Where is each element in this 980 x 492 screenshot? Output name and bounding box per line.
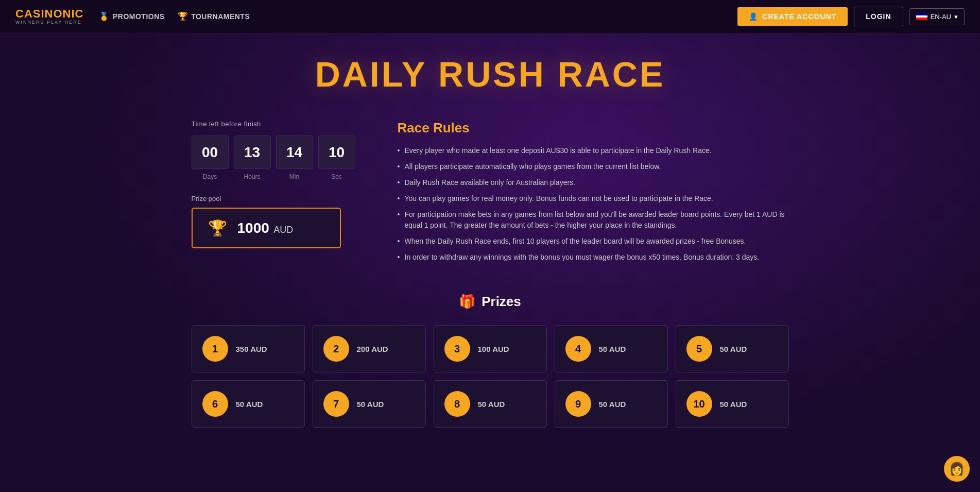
prize-rank: 7 [323,391,349,417]
logo-text: CASINONIC [15,8,83,20]
rule-item: In order to withdraw any winnings with t… [398,252,789,263]
prize-rank: 1 [202,336,228,362]
create-account-button[interactable]: 👤 CREATE ACCOUNT [737,7,848,26]
min-label: Min [276,173,313,180]
prizes-section: 🎁 Prizes 1350 AUD2200 AUD3100 AUD450 AUD… [192,294,789,428]
sec-label: Sec [318,173,355,180]
countdown-sec-box: 10 [318,135,355,169]
logo-tagline: WINNERS PLAY HERE [15,20,83,25]
prize-value: 50 AUD [599,345,626,353]
race-rules-section: Race Rules Every player who made at leas… [398,120,789,263]
prize-card: 650 AUD [192,380,305,428]
prize-card: 1350 AUD [192,325,305,372]
countdown-label: Time left before finish [192,120,367,128]
header-left: CASINONIC WINNERS PLAY HERE 🏅 PROMOTIONS… [15,8,250,25]
rule-item: All players participate automatically wh… [398,161,789,172]
prize-card: 750 AUD [313,380,426,428]
locale-label: EN-AU [931,13,951,21]
prize-rank: 5 [686,336,712,362]
days-label: Days [192,173,229,180]
prize-pool-box: 🏆 1000 AUD [192,208,341,248]
hours-label: Hours [234,173,271,180]
logo-orange: NIC [63,7,84,20]
rule-item: Every player who made at least one depos… [398,145,789,156]
countdown-days-value: 00 [202,144,218,161]
prizes-row-1: 1350 AUD2200 AUD3100 AUD450 AUD550 AUD [192,325,789,372]
login-button[interactable]: LOGIN [854,7,903,26]
prizes-heading: Prizes [482,294,521,310]
login-label: LOGIN [866,12,891,21]
race-rules-list: Every player who made at least one depos… [398,145,789,263]
create-account-icon: 👤 [749,12,758,21]
header-right: 👤 CREATE ACCOUNT LOGIN EN-AU ▾ [737,7,965,26]
prize-rank: 6 [202,391,228,417]
main-content: DAILY RUSH RACE Time left before finish … [181,33,799,456]
countdown-days-box: 00 [192,135,229,169]
create-account-label: CREATE ACCOUNT [762,12,836,21]
promotions-icon: 🏅 [99,11,110,21]
left-column: Time left before finish 00 13 14 10 [192,120,367,263]
prize-rank: 3 [444,336,470,362]
prize-value: 50 AUD [720,345,747,353]
countdown-sec-value: 10 [329,144,345,161]
prize-rank: 8 [444,391,470,417]
header: CASINONIC WINNERS PLAY HERE 🏅 PROMOTIONS… [0,0,980,33]
prize-pool-amount-container: 1000 AUD [237,220,294,236]
prize-card: 450 AUD [555,325,668,372]
prize-card: 950 AUD [555,380,668,428]
nav-promotions-label: PROMOTIONS [113,12,165,21]
race-rules-heading: Race Rules [398,120,789,136]
chat-avatar[interactable]: 👩 [944,456,970,482]
rule-item: You can play games for real money only. … [398,193,789,204]
prize-value: 50 AUD [720,400,747,409]
nav-promotions[interactable]: 🏅 PROMOTIONS [99,11,164,21]
prize-card: 2200 AUD [313,325,426,372]
prize-pool-section: Prize pool 🏆 1000 AUD [192,195,367,248]
nav-tournaments[interactable]: 🏆 TOURNAMENTS [178,11,250,21]
prize-card: 3100 AUD [434,325,547,372]
prize-card: 850 AUD [434,380,547,428]
locale-button[interactable]: EN-AU ▾ [909,8,965,25]
rule-item: For participation make bets in any games… [398,209,789,231]
countdown-boxes: 00 13 14 10 [192,135,367,169]
prize-value: 50 AUD [357,400,384,409]
prize-value: 100 AUD [478,345,509,353]
nav-tournaments-label: TOURNAMENTS [191,12,250,21]
prize-pool-label: Prize pool [192,195,367,202]
chevron-down-icon: ▾ [954,13,958,21]
content-grid: Time left before finish 00 13 14 10 [192,120,789,263]
countdown-min-box: 14 [276,135,313,169]
prize-pool-currency: AUD [273,225,293,235]
countdown-hours-value: 13 [244,144,260,161]
prize-card: 550 AUD [676,325,789,372]
countdown-labels: Days Hours Min Sec [192,173,367,180]
prizes-header: 🎁 Prizes [192,294,789,310]
countdown-section: Time left before finish 00 13 14 10 [192,120,367,180]
prize-rank: 9 [565,391,591,417]
logo[interactable]: CASINONIC WINNERS PLAY HERE [15,8,83,25]
prize-value: 350 AUD [236,345,267,353]
prize-value: 50 AUD [478,400,505,409]
prize-value: 50 AUD [236,400,263,409]
prize-rank: 2 [323,336,349,362]
gift-icon: 🎁 [459,294,475,310]
countdown-min-value: 14 [286,144,302,161]
prize-rank: 10 [686,391,712,417]
logo-white: CASINO [15,7,63,20]
tournaments-icon: 🏆 [178,11,188,21]
flag-icon [916,13,927,20]
prize-value: 50 AUD [599,400,626,409]
page-title: DAILY RUSH RACE [192,54,789,94]
prize-value: 200 AUD [357,345,388,353]
rule-item: Daily Rush Race available only for Austr… [398,177,789,188]
avatar-image: 👩 [949,462,965,476]
trophy-icon: 🏆 [208,219,227,237]
prize-rank: 4 [565,336,591,362]
prize-pool-amount: 1000 [237,220,269,236]
prize-card: 1050 AUD [676,380,789,428]
rule-item: When the Daily Rush Race ends, first 10 … [398,236,789,247]
main-nav: 🏅 PROMOTIONS 🏆 TOURNAMENTS [99,11,250,21]
prizes-row-2: 650 AUD750 AUD850 AUD950 AUD1050 AUD [192,380,789,428]
countdown-hours-box: 13 [234,135,271,169]
